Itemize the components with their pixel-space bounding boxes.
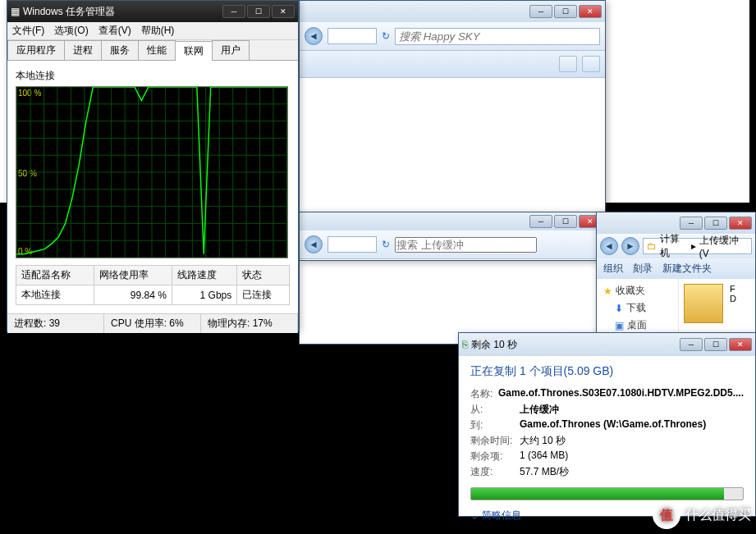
menu-help[interactable]: 帮助(H) xyxy=(141,24,175,38)
new-folder-button[interactable]: 新建文件夹 xyxy=(662,262,712,276)
file-pane[interactable] xyxy=(300,78,605,340)
view-button[interactable] xyxy=(559,56,577,72)
copy-heading: 正在复制 1 个项目(5.09 GB) xyxy=(470,364,744,379)
burn-menu[interactable]: 刻录 xyxy=(633,262,653,276)
network-graph: 100 % 50 % 0 % xyxy=(16,86,288,258)
progress-bar xyxy=(470,487,744,500)
crumb[interactable]: 上传缓冲 (V xyxy=(699,234,748,259)
minimize-button[interactable]: ─ xyxy=(680,338,703,351)
file-pane[interactable]: FD xyxy=(679,279,755,337)
menu-view[interactable]: 查看(V) xyxy=(99,24,131,38)
maximize-button[interactable]: ☐ xyxy=(554,215,577,228)
graph-label: 本地连接 xyxy=(16,69,290,83)
label-from: 从: xyxy=(470,403,520,417)
maximize-button[interactable]: ☐ xyxy=(554,5,577,18)
close-button[interactable]: ✕ xyxy=(729,338,752,351)
minimize-button[interactable]: ─ xyxy=(529,5,552,18)
organize-menu[interactable]: 组织 xyxy=(603,262,623,276)
status-cpu: CPU 使用率: 6% xyxy=(104,314,201,333)
download-icon: ⬇ xyxy=(615,303,623,314)
favorites-header[interactable]: ★收藏夹 xyxy=(603,282,671,299)
col-state[interactable]: 状态 xyxy=(237,266,290,285)
sidebar: ★收藏夹 ⬇下载 ▣桌面 xyxy=(597,279,679,337)
maximize-button[interactable]: ☐ xyxy=(704,338,727,351)
minimize-button[interactable]: ─ xyxy=(529,215,552,228)
nav-bar: ◄ ► 🗀 计算机 ▸ 上传缓冲 (V xyxy=(597,234,755,258)
value-time-left: 大约 10 秒 xyxy=(520,434,744,448)
titlebar[interactable]: ⎘ 剩余 10 秒 ─ ☐ ✕ xyxy=(459,333,755,356)
folder-icon[interactable] xyxy=(684,284,723,323)
value-speed: 57.7 MB/秒 xyxy=(520,465,744,479)
explorer-window-2[interactable]: ─ ☐ ✕ ◄ ↻ xyxy=(299,212,606,261)
tab-services[interactable]: 服务 xyxy=(101,40,139,60)
maximize-button[interactable]: ☐ xyxy=(247,5,270,18)
adapter-table: 适配器名称 网络使用率 线路速度 状态 本地连接 99.84 % 1 Gbps … xyxy=(16,265,290,305)
value-to[interactable]: Game.of.Thrones (W:\Game.of.Thrones) xyxy=(520,418,744,432)
label-items-left: 剩余项: xyxy=(470,450,520,463)
task-manager-window[interactable]: ▦ Windows 任务管理器 ─ ☐ ✕ 文件(F) 选项(O) 查看(V) … xyxy=(7,0,299,331)
star-icon: ★ xyxy=(603,285,612,297)
value-items-left: 1 (364 MB) xyxy=(520,450,744,463)
desktop-icon: ▣ xyxy=(615,320,624,331)
titlebar[interactable]: ─ ☐ ✕ xyxy=(597,212,755,234)
nav-bar: ◄ ↻ xyxy=(300,22,605,51)
tab-networking[interactable]: 联网 xyxy=(175,41,213,61)
back-button[interactable]: ◄ xyxy=(305,235,323,253)
watermark: 值 什么值得买 xyxy=(653,501,751,529)
toolbar xyxy=(300,51,605,78)
window-title: Windows 任务管理器 xyxy=(23,5,115,19)
copy-icon: ⎘ xyxy=(462,339,468,350)
crumb[interactable]: 计算机 xyxy=(660,232,688,260)
search-input[interactable] xyxy=(395,237,537,253)
address-bar[interactable] xyxy=(328,28,377,44)
tab-processes[interactable]: 进程 xyxy=(64,40,102,60)
close-button[interactable]: ✕ xyxy=(579,5,602,18)
toolbar: 组织 刻录 新建文件夹 xyxy=(597,258,755,279)
tab-users[interactable]: 用户 xyxy=(212,40,250,60)
close-button[interactable]: ✕ xyxy=(729,217,752,230)
close-button[interactable]: ✕ xyxy=(272,5,295,18)
sidebar-item-downloads[interactable]: ⬇下载 xyxy=(603,299,671,317)
tab-performance[interactable]: 性能 xyxy=(138,40,176,60)
label-name: 名称: xyxy=(470,387,498,401)
status-processes: 进程数: 39 xyxy=(7,314,104,333)
menu-file[interactable]: 文件(F) xyxy=(12,24,44,38)
copy-dialog[interactable]: ⎘ 剩余 10 秒 ─ ☐ ✕ 正在复制 1 个项目(5.09 GB) 名称:G… xyxy=(458,332,756,517)
breadcrumb[interactable]: 🗀 计算机 ▸ 上传缓冲 (V xyxy=(643,238,752,254)
forward-button[interactable]: ► xyxy=(621,237,639,255)
col-usage[interactable]: 网络使用率 xyxy=(94,266,172,285)
nav-bar: ◄ ↻ xyxy=(300,230,605,259)
label-to: 到: xyxy=(470,418,520,432)
col-adapter[interactable]: 适配器名称 xyxy=(16,266,94,285)
value-name: Game.of.Thrones.S03E07.1080i.HDTV.MPEG2.… xyxy=(498,387,744,401)
minimize-button[interactable]: ─ xyxy=(680,217,703,230)
search-input[interactable] xyxy=(395,28,600,45)
chevron-down-icon: ⌄ xyxy=(470,510,479,522)
explorer-window-1[interactable]: ─ ☐ ✕ ◄ ↻ xyxy=(299,0,606,345)
maximize-button[interactable]: ☐ xyxy=(704,217,727,230)
refresh-icon[interactable]: ↻ xyxy=(382,30,390,42)
titlebar[interactable]: ─ ☐ ✕ xyxy=(300,212,605,230)
titlebar[interactable]: ─ ☐ ✕ xyxy=(300,1,605,22)
minimize-button[interactable]: ─ xyxy=(222,5,245,18)
address-bar[interactable] xyxy=(328,236,377,253)
app-icon: ▦ xyxy=(11,6,20,17)
col-speed[interactable]: 线路速度 xyxy=(172,266,236,285)
value-from[interactable]: 上传缓冲 xyxy=(520,403,744,417)
watermark-badge: 值 xyxy=(653,501,680,529)
back-button[interactable]: ◄ xyxy=(305,27,323,45)
folder-icon: 🗀 xyxy=(647,240,657,252)
sidebar-item-desktop[interactable]: ▣桌面 xyxy=(603,317,671,334)
menu-options[interactable]: 选项(O) xyxy=(54,24,88,38)
tab-bar: 应用程序 进程 服务 性能 联网 用户 xyxy=(7,40,298,61)
status-bar: 进程数: 39 CPU 使用率: 6% 物理内存: 17% xyxy=(7,313,298,333)
table-row[interactable]: 本地连接 99.84 % 1 Gbps 已连接 xyxy=(16,285,290,305)
help-button[interactable] xyxy=(582,56,600,72)
tab-applications[interactable]: 应用程序 xyxy=(7,40,65,60)
back-button[interactable]: ◄ xyxy=(600,237,618,255)
menubar: 文件(F) 选项(O) 查看(V) 帮助(H) xyxy=(7,22,298,40)
label-speed: 速度: xyxy=(470,465,520,479)
titlebar[interactable]: ▦ Windows 任务管理器 ─ ☐ ✕ xyxy=(7,1,298,22)
window-title: 剩余 10 秒 xyxy=(471,338,517,352)
refresh-icon[interactable]: ↻ xyxy=(382,239,390,250)
